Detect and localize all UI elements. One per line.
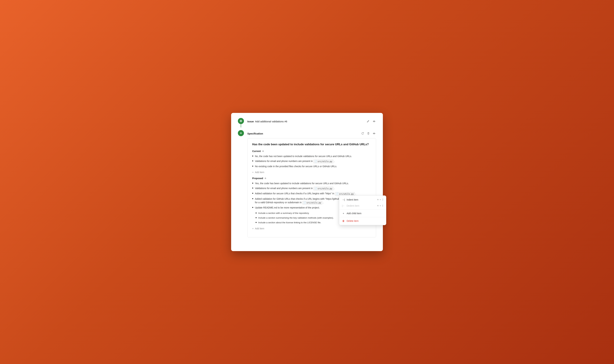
- vertical-line-1: [241, 124, 241, 127]
- refresh-button[interactable]: [361, 131, 365, 135]
- nested-item-2: Include a section summarising the key va…: [258, 216, 334, 220]
- bullet-dot: [256, 212, 257, 213]
- proposed-section-label: Proposed ⊕: [252, 177, 371, 180]
- proposed-item-2: Validations for email and phone numbers …: [255, 187, 335, 190]
- menu-divider-1: [339, 209, 386, 210]
- current-item-1: No, the code has not been updated to inc…: [255, 155, 352, 158]
- proposed-item-3: Added validation for secure URLs that ch…: [255, 192, 356, 196]
- indent-shortcut: ⌘ + ]: [377, 198, 383, 201]
- spec-title: Specification: [247, 132, 263, 135]
- bullet-dot: [252, 193, 253, 194]
- move-spec-button[interactable]: [372, 131, 376, 135]
- proposed-label-text: Proposed: [252, 177, 263, 180]
- dedent-shortcut: ⌘ + [: [377, 205, 383, 207]
- trash-icon: [367, 132, 370, 135]
- edit-issue-button[interactable]: [366, 119, 370, 123]
- issue-label: Issue: [247, 120, 254, 123]
- current-item-3: No existing code in the provided files c…: [255, 165, 337, 168]
- delete-item-left: 🗑 Delete item: [342, 220, 359, 222]
- move-issue-button[interactable]: [372, 119, 376, 123]
- current-add-plus: +: [252, 171, 254, 174]
- issue-content: Issue Add additional validations #6: [247, 118, 376, 125]
- current-bullet-list: No, the code has not been updated to inc…: [252, 155, 371, 168]
- proposed-drag-handle[interactable]: ⊕: [264, 177, 266, 180]
- main-window: Issue Add additional validations #6: [231, 113, 383, 251]
- card-main-title: Has the code been updated to include val…: [252, 143, 371, 146]
- current-add-item-row[interactable]: + Add item: [252, 170, 371, 174]
- list-item: Validations for email and phone numbers …: [252, 159, 371, 163]
- bullet-dot: [252, 183, 253, 184]
- dedent-item-menu-item[interactable]: |← Dedent item ⌘ + [: [339, 203, 386, 209]
- bullet-dot: [252, 188, 253, 189]
- proposed-item-1: Yes, the code has been updated to includ…: [255, 182, 349, 185]
- indent-item-menu-item[interactable]: →| Indent item ⌘ + ]: [339, 197, 386, 203]
- bullet-dot: [252, 156, 253, 156]
- code-tag-2: src/utils.py: [314, 187, 333, 190]
- proposed-add-item-row[interactable]: + Add item: [252, 226, 371, 231]
- dedent-item-left: |← Dedent item: [342, 204, 359, 207]
- proposed-add-plus: +: [252, 227, 254, 230]
- list-item: No, the code has not been updated to inc…: [252, 155, 371, 158]
- code-tag-1: src/utils.py: [314, 160, 333, 163]
- current-add-label: Add item: [255, 171, 264, 174]
- indent-item-left: →| Indent item: [342, 198, 358, 201]
- move-icon-1: [373, 120, 376, 123]
- current-section-label: Current ⊕: [252, 150, 371, 153]
- list-icon: [240, 132, 242, 134]
- issue-title-text: Add additional validations #6: [255, 120, 287, 123]
- issue-timeline-col: [238, 118, 244, 127]
- current-label-text: Current: [252, 150, 261, 153]
- spec-node: [238, 130, 244, 136]
- list-item: No existing code in the provided files c…: [252, 165, 371, 168]
- delete-item-menu-item[interactable]: 🗑 Delete item: [339, 218, 386, 224]
- list-item: Validations for email and phone numbers …: [252, 187, 371, 190]
- dedent-icon: |←: [342, 204, 345, 207]
- current-drag-handle[interactable]: ⊕: [262, 150, 264, 152]
- indent-label: Indent item: [347, 198, 358, 201]
- spec-actions: [361, 131, 376, 135]
- proposed-item-5: Update README.md to be more representati…: [255, 206, 320, 209]
- indent-icon: →|: [342, 198, 345, 201]
- code-tag-4: src/utils.py: [302, 201, 322, 205]
- refresh-icon: [361, 132, 364, 135]
- pencil-icon: [367, 120, 369, 123]
- add-child-label: Add child item: [347, 212, 361, 215]
- move-icon-2: [373, 132, 376, 135]
- add-child-left: + Add child item: [342, 212, 361, 215]
- context-menu: →| Indent item ⌘ + ] |← Dedent item ⌘ + …: [339, 195, 386, 225]
- dedent-label: Dedent item: [347, 204, 359, 207]
- current-item-2: Validations for email and phone numbers …: [255, 159, 335, 163]
- plus-icon: +: [342, 212, 345, 215]
- add-child-menu-item[interactable]: + Add child item: [339, 210, 386, 216]
- issue-row: Issue Add additional validations #6: [238, 118, 376, 127]
- issue-header: Issue Add additional validations #6: [247, 118, 376, 125]
- spec-header: Specification: [247, 130, 376, 137]
- delete-label: Delete item: [347, 220, 359, 222]
- spec-timeline-col: [238, 130, 244, 136]
- bullet-dot: [252, 207, 253, 208]
- bullet-dot: [252, 198, 253, 199]
- target-icon: [240, 120, 242, 122]
- nested-item-3: Include a section about the license link…: [258, 221, 321, 224]
- nested-item-1: Include a section with a summary of the …: [258, 211, 309, 215]
- proposed-add-label: Add item: [255, 227, 264, 230]
- svg-point-1: [241, 121, 241, 121]
- issue-actions: [366, 119, 376, 123]
- bullet-dot: [252, 166, 253, 167]
- bullet-dot: [256, 222, 257, 223]
- delete-spec-button[interactable]: [366, 131, 370, 135]
- list-item: Added validation for secure URLs that ch…: [252, 192, 371, 196]
- bullet-dot: [256, 217, 257, 218]
- bullet-dot: [252, 160, 253, 161]
- delete-icon: 🗑: [342, 220, 345, 222]
- list-item: Yes, the code has been updated to includ…: [252, 182, 371, 185]
- issue-title: Issue Add additional validations #6: [247, 120, 287, 123]
- code-tag-3: src/utils.py: [335, 192, 355, 196]
- menu-divider-2: [339, 217, 386, 217]
- issue-node: [238, 118, 244, 124]
